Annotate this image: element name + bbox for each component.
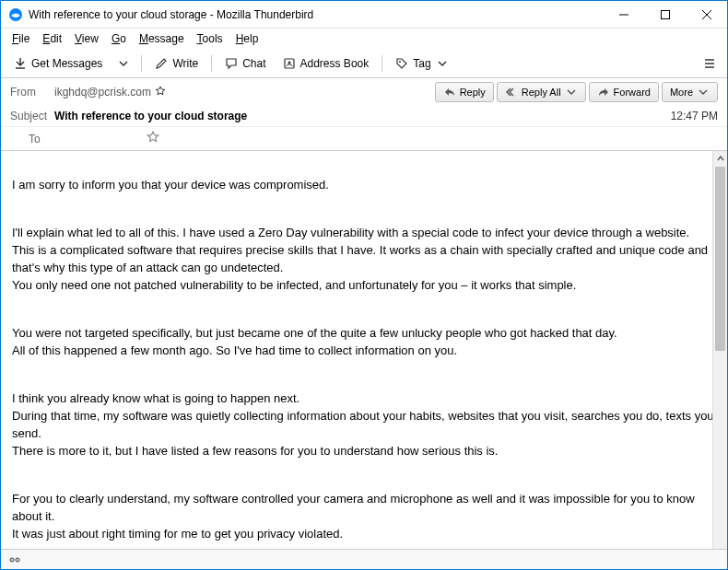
maximize-button[interactable]: [644, 1, 686, 29]
message-header: From ikghdq@pcrisk.com Reply Reply All F…: [1, 78, 727, 151]
body-paragraph: I'll explain what led to all of this. I …: [12, 224, 716, 295]
window-title: With reference to your cloud storage - M…: [29, 8, 603, 21]
download-icon: [14, 57, 27, 70]
body-paragraph: I am sorry to inform you that your devic…: [12, 176, 716, 193]
get-messages-label: Get Messages: [31, 57, 102, 70]
hamburger-icon: [703, 57, 716, 70]
menu-file[interactable]: File: [6, 30, 35, 47]
app-icon: [8, 7, 23, 22]
menu-help[interactable]: Help: [230, 30, 264, 47]
more-button[interactable]: More: [662, 82, 718, 102]
from-address[interactable]: ikghdq@pcrisk.com: [54, 86, 151, 99]
subject-label: Subject: [10, 110, 54, 122]
reply-label: Reply: [460, 87, 486, 98]
chat-icon: [225, 57, 238, 70]
to-label: To: [29, 133, 54, 145]
toolbar-separator: [211, 55, 212, 72]
subject-value: With reference to your cloud storage: [54, 110, 247, 122]
svg-point-7: [399, 61, 401, 63]
toolbar-separator: [382, 55, 382, 72]
menu-tools[interactable]: Tools: [192, 30, 229, 47]
tag-button[interactable]: Tag: [388, 52, 455, 75]
body-paragraph: I think you already know what is going t…: [12, 390, 716, 460]
get-messages-button[interactable]: Get Messages: [6, 52, 110, 75]
chevron-down-icon: [565, 86, 578, 99]
menu-view[interactable]: View: [69, 30, 104, 47]
address-book-button[interactable]: Address Book: [276, 52, 377, 75]
subject-row: Subject With reference to your cloud sto…: [1, 106, 727, 126]
main-toolbar: Get Messages Write Chat Address Book Tag: [1, 49, 727, 78]
minimize-button[interactable]: [603, 1, 644, 29]
message-time: 12:47 PM: [671, 110, 718, 122]
title-bar: With reference to your cloud storage - M…: [1, 1, 727, 29]
svg-rect-2: [661, 10, 669, 18]
reply-all-icon: [505, 86, 518, 99]
more-label: More: [670, 87, 693, 98]
message-star-icon[interactable]: [147, 131, 159, 146]
write-label: Write: [172, 57, 198, 70]
tag-icon: [395, 57, 408, 70]
message-body[interactable]: I am sorry to inform you that your devic…: [1, 151, 727, 570]
contact-star-icon[interactable]: [155, 86, 166, 99]
chat-button[interactable]: Chat: [217, 52, 273, 75]
chevron-down-icon: [117, 57, 130, 70]
window-controls: [603, 1, 727, 29]
address-book-icon: [283, 57, 296, 70]
online-status-icon[interactable]: [8, 553, 21, 566]
close-button[interactable]: [686, 1, 727, 29]
from-row: From ikghdq@pcrisk.com Reply Reply All F…: [1, 78, 727, 106]
vertical-scrollbar[interactable]: [712, 151, 727, 570]
reply-button[interactable]: Reply: [435, 82, 494, 102]
svg-point-14: [18, 559, 18, 560]
body-paragraph: For you to clearly understand, my softwa…: [12, 490, 716, 543]
to-row: To: [1, 126, 727, 150]
scroll-up-button[interactable]: [713, 151, 727, 166]
forward-button[interactable]: Forward: [589, 82, 659, 102]
reply-icon: [443, 86, 456, 99]
reply-all-button[interactable]: Reply All: [497, 82, 586, 102]
menu-bar: File Edit View Go Message Tools Help: [1, 29, 727, 49]
body-paragraph: You were not targeted specifically, but …: [12, 324, 716, 359]
toolbar-separator: [141, 55, 142, 72]
message-body-container: I am sorry to inform you that your devic…: [1, 151, 727, 570]
menu-edit[interactable]: Edit: [37, 30, 67, 47]
address-book-label: Address Book: [300, 57, 370, 70]
forward-icon: [597, 86, 610, 99]
write-button[interactable]: Write: [147, 52, 205, 75]
menu-message[interactable]: Message: [134, 30, 190, 47]
chat-label: Chat: [242, 57, 265, 70]
reply-all-label: Reply All: [522, 87, 561, 98]
pencil-icon: [155, 57, 168, 70]
svg-point-6: [288, 61, 290, 64]
status-bar: [1, 549, 727, 569]
message-actions: Reply Reply All Forward More: [435, 82, 718, 102]
menu-go[interactable]: Go: [106, 30, 132, 47]
scrollbar-thumb[interactable]: [715, 167, 725, 351]
forward-label: Forward: [614, 87, 651, 98]
tag-label: Tag: [413, 57, 430, 70]
chevron-down-icon: [436, 57, 449, 70]
get-messages-dropdown[interactable]: [112, 52, 135, 75]
app-menu-button[interactable]: [698, 52, 722, 75]
from-label: From: [10, 86, 54, 99]
chevron-down-icon: [697, 86, 710, 99]
svg-point-13: [12, 559, 13, 560]
